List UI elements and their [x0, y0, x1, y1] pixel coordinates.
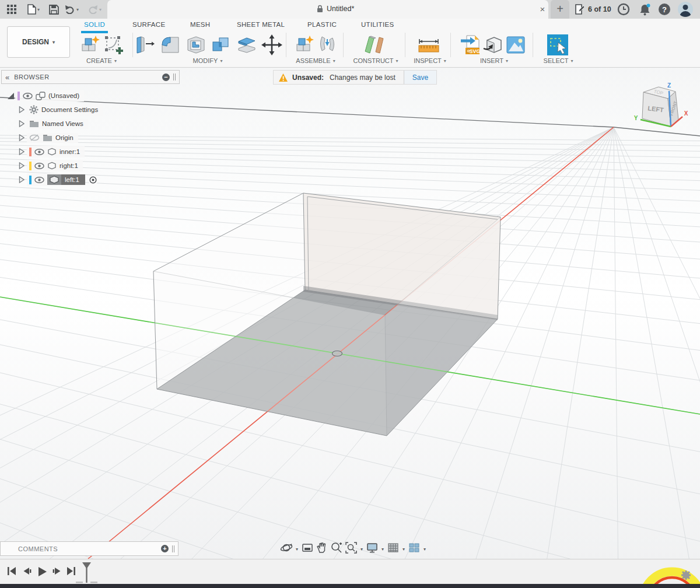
job-history-clock-icon[interactable]: [617, 3, 631, 17]
new-component-icon[interactable]: [293, 33, 317, 57]
collapse-panel-icon[interactable]: «: [5, 73, 9, 82]
collapsed-twisty-icon[interactable]: [19, 162, 27, 169]
collapsed-twisty-icon[interactable]: [19, 148, 27, 155]
insert-canvas-icon[interactable]: [504, 33, 527, 57]
browser-row-origin[interactable]: Origin: [1, 131, 180, 145]
browser-title: BROWSER: [14, 74, 162, 80]
close-tab-button[interactable]: ×: [537, 4, 548, 15]
viewports-caret[interactable]: ▾: [424, 547, 426, 552]
visibility-eye-icon[interactable]: [34, 177, 44, 183]
look-at-icon[interactable]: [301, 541, 314, 556]
group-construct[interactable]: CONSTRUCT▾: [353, 57, 398, 64]
collapsed-twisty-icon[interactable]: [19, 106, 27, 113]
undo-icon[interactable]: [64, 4, 76, 15]
visibility-eye-icon[interactable]: [23, 93, 33, 99]
save-icon[interactable]: [48, 4, 60, 15]
viewcube[interactable]: TOP LEFT FRONT Z Y X: [631, 80, 700, 132]
browser-row-document-settings[interactable]: Document Settings: [1, 103, 180, 117]
notifications-bell-icon[interactable]: [638, 3, 652, 17]
fit-caret[interactable]: ▾: [360, 547, 363, 552]
group-create[interactable]: CREATE▾: [86, 57, 117, 64]
orbit-caret[interactable]: ▾: [296, 547, 298, 552]
panel-grip[interactable]: [173, 74, 176, 80]
undo-caret[interactable]: ▾: [76, 7, 79, 12]
help-icon[interactable]: ?: [658, 3, 672, 17]
file-menu-caret[interactable]: ▾: [37, 7, 40, 12]
new-body-icon[interactable]: [79, 33, 102, 57]
zoom-icon[interactable]: [330, 541, 343, 556]
redo-icon[interactable]: [87, 4, 99, 15]
joint-icon[interactable]: [316, 33, 339, 57]
move-icon[interactable]: [260, 33, 284, 57]
ribbon-divider: [132, 33, 133, 57]
browser-row-inner[interactable]: inner:1: [1, 145, 180, 159]
pan-icon[interactable]: [316, 541, 328, 556]
tab-plastic[interactable]: PLASTIC: [307, 21, 337, 28]
expanded-twisty-icon[interactable]: [7, 92, 15, 100]
measure-icon[interactable]: [417, 33, 440, 57]
group-select[interactable]: SELECT▾: [544, 57, 573, 64]
gear-badge-icon: [681, 570, 691, 580]
group-modify[interactable]: MODIFY▾: [193, 57, 223, 64]
panel-grip[interactable]: [172, 545, 174, 552]
shell-icon[interactable]: [184, 33, 208, 57]
browser-row-named-views[interactable]: Named Views: [1, 117, 180, 131]
workspace-switcher[interactable]: DESIGN▾: [7, 26, 70, 58]
avatar[interactable]: [678, 2, 693, 17]
comments-panel[interactable]: COMMENTS +: [0, 541, 178, 556]
timeline-play-button[interactable]: [36, 565, 48, 578]
tab-mesh[interactable]: MESH: [190, 21, 210, 28]
timeline-go-to-start-button[interactable]: [6, 565, 18, 577]
group-insert[interactable]: INSERT▾: [480, 57, 508, 64]
save-button[interactable]: Save: [404, 71, 436, 84]
grid-settings-caret[interactable]: ▾: [402, 547, 405, 552]
visibility-eye-icon[interactable]: [34, 163, 44, 169]
fit-icon[interactable]: [345, 541, 358, 556]
viewports-icon[interactable]: [408, 541, 421, 556]
tab-utilities[interactable]: UTILITIES: [361, 21, 394, 28]
origin-marker[interactable]: [332, 351, 342, 356]
tab-solid[interactable]: SOLID: [84, 21, 105, 28]
insert-derive-icon[interactable]: [481, 33, 505, 57]
display-settings-icon[interactable]: [366, 541, 379, 556]
insert-svg-icon[interactable]: SVG: [459, 33, 482, 57]
press-pull-icon[interactable]: [133, 33, 156, 57]
ribbon-divider: [343, 33, 344, 57]
app-launcher-icon[interactable]: [6, 4, 18, 15]
group-inspect[interactable]: INSPECT▾: [414, 57, 446, 64]
browser-row-right[interactable]: right:1: [1, 159, 180, 173]
file-menu-icon[interactable]: [26, 4, 37, 15]
visibility-eye-icon[interactable]: [34, 149, 44, 155]
redo-caret[interactable]: ▾: [99, 7, 102, 12]
fillet-icon[interactable]: [159, 33, 182, 57]
visibility-off-eye-icon[interactable]: [29, 134, 40, 141]
timeline-position-marker[interactable]: [74, 562, 100, 585]
collapsed-twisty-icon[interactable]: [19, 120, 27, 127]
display-settings-caret[interactable]: ▾: [382, 547, 384, 552]
activate-component-radio[interactable]: [88, 175, 98, 185]
browser-row-document[interactable]: (Unsaved): [1, 89, 180, 103]
job-status[interactable]: 6 of 10: [575, 4, 611, 15]
tab-sheet-metal[interactable]: SHEET METAL: [237, 21, 285, 28]
document-row-label: (Unsaved): [48, 92, 79, 99]
construct-plane-icon[interactable]: [362, 33, 385, 57]
row-label: Origin: [55, 134, 74, 141]
collapsed-twisty-icon[interactable]: [19, 176, 27, 183]
create-sketch-icon[interactable]: [102, 33, 125, 57]
timeline-step-back-button[interactable]: [21, 565, 33, 577]
remove-panel-icon[interactable]: −: [162, 74, 170, 81]
orbit-icon[interactable]: [280, 541, 293, 556]
browser-header[interactable]: « BROWSER −: [1, 70, 180, 84]
tab-surface[interactable]: SURFACE: [132, 21, 165, 28]
add-comment-icon[interactable]: +: [161, 545, 169, 552]
timeline-step-forward-button[interactable]: [51, 565, 63, 577]
combine-icon[interactable]: [209, 33, 233, 57]
new-tab-button[interactable]: +: [551, 0, 569, 19]
group-assemble[interactable]: ASSEMBLE▾: [296, 57, 335, 64]
recording-indicator: [635, 559, 700, 584]
select-icon[interactable]: [546, 33, 569, 57]
collapsed-twisty-icon[interactable]: [19, 134, 27, 141]
grid-settings-icon[interactable]: [387, 541, 400, 556]
browser-row-left-selected[interactable]: left:1: [1, 173, 180, 187]
offset-face-icon[interactable]: [235, 33, 258, 57]
